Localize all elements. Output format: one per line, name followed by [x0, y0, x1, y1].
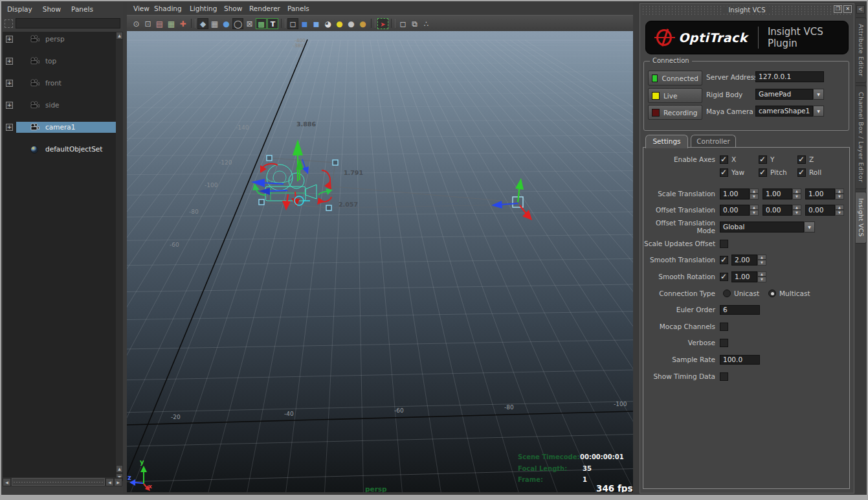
checkbox-z[interactable]: [797, 155, 806, 164]
tab-channel-box-layer-editor[interactable]: Channel Box / Layer Editor: [856, 85, 867, 189]
chevron-down-icon[interactable]: ▼: [813, 89, 824, 100]
checkbox-roll[interactable]: [797, 168, 806, 177]
spin-down-icon[interactable]: ▼: [757, 260, 766, 266]
offset-translation-x-spinner[interactable]: 0.00▲▼: [720, 205, 759, 216]
exposure-toggle-icon[interactable]: ⧉: [409, 18, 420, 29]
scrollbar-thumb[interactable]: [12, 478, 105, 486]
tab-controller[interactable]: Controller: [691, 135, 736, 148]
checkbox-verbose[interactable]: [720, 339, 728, 347]
smooth-rotation-spinner[interactable]: 1.00▲▼: [731, 271, 766, 282]
expand-icon[interactable]: +: [6, 124, 13, 131]
scale-translation-y-spinner[interactable]: 1.00▲▼: [762, 188, 801, 199]
scale-translation-z-spinner[interactable]: 1.00▲▼: [805, 188, 844, 199]
image-plane-icon[interactable]: ▦: [166, 18, 177, 29]
use-all-lights-icon[interactable]: ●: [334, 18, 345, 29]
spin-up-icon[interactable]: ▲: [750, 188, 759, 194]
menu-show[interactable]: Show: [224, 5, 242, 12]
euler-order-field[interactable]: 6: [720, 305, 760, 315]
checkbox-yaw[interactable]: [720, 168, 728, 177]
offset-translation-z-spinner[interactable]: 0.00▲▼: [805, 205, 844, 216]
sample-rate-field[interactable]: 100.0: [720, 355, 760, 365]
safe-title-icon[interactable]: T: [267, 18, 278, 29]
spin-down-icon[interactable]: ▼: [750, 194, 759, 199]
outliner-item-persp[interactable]: + persp: [3, 34, 122, 45]
tab-settings[interactable]: Settings: [645, 135, 688, 148]
checkbox-mocap-channels[interactable]: [720, 323, 728, 331]
scroll-left-icon[interactable]: ◀: [3, 478, 11, 486]
scroll-up-icon[interactable]: ▲: [116, 32, 123, 40]
wireframe-mode-icon[interactable]: ◻: [287, 18, 298, 29]
chevron-down-icon[interactable]: ▼: [804, 222, 815, 233]
menu-panels[interactable]: Panels: [287, 5, 309, 12]
checker-material-mode-icon[interactable]: ◕: [322, 18, 333, 29]
maya-camera-dropdown[interactable]: cameraShape1 ▼: [755, 106, 824, 117]
ambient-occlusion-mode-icon[interactable]: ●: [357, 18, 368, 29]
checkbox-x[interactable]: [720, 155, 728, 164]
expand-icon[interactable]: +: [6, 58, 13, 65]
film-gate-icon[interactable]: ▦: [209, 18, 220, 29]
server-address-field[interactable]: 127.0.0.1: [755, 71, 824, 82]
radio-unicast[interactable]: [723, 290, 731, 297]
panel-titlebar[interactable]: Insight VCS: [641, 5, 852, 15]
checkbox-y[interactable]: [759, 155, 767, 164]
outliner-item-camera1[interactable]: + camera1: [3, 122, 122, 133]
scale-translation-x-spinner[interactable]: 1.00▲▼: [720, 188, 759, 199]
textured-mode-icon[interactable]: ◼: [311, 18, 322, 29]
spin-up-icon[interactable]: ▲: [835, 205, 844, 210]
rigid-body-dropdown[interactable]: GamePad ▼: [755, 89, 824, 100]
scroll-up-icon[interactable]: ▲: [116, 465, 123, 473]
expand-icon[interactable]: +: [6, 102, 13, 109]
xray-mode-icon[interactable]: ◻: [397, 18, 408, 29]
close-icon[interactable]: ✕: [843, 5, 852, 13]
selection-filter-icon[interactable]: [5, 19, 13, 28]
offset-translation-y-spinner[interactable]: 0.00▲▼: [762, 205, 801, 216]
menu-lighting[interactable]: Lighting: [190, 5, 217, 12]
menu-view[interactable]: View: [133, 5, 150, 12]
spin-up-icon[interactable]: ▲: [757, 271, 766, 277]
checkbox-smooth-rotation[interactable]: [720, 273, 728, 281]
tab-insight-vcs[interactable]: Insight VCS: [856, 192, 867, 244]
menu-panels[interactable]: Panels: [71, 5, 93, 13]
shared-display-icon[interactable]: ∴: [421, 18, 432, 29]
expand-icon[interactable]: +: [6, 36, 13, 43]
outliner-horizontal-scrollbar[interactable]: ◀ ◀ ▶: [3, 477, 122, 486]
field-chart-icon[interactable]: ⊠: [244, 18, 255, 29]
checkbox-show-timing-data[interactable]: [720, 372, 728, 381]
spin-up-icon[interactable]: ▲: [792, 188, 801, 194]
chevron-down-icon[interactable]: ▼: [813, 106, 824, 117]
radio-multicast[interactable]: [768, 290, 776, 297]
menu-display[interactable]: Display: [7, 5, 32, 13]
spin-up-icon[interactable]: ▲: [750, 205, 759, 210]
scroll-left-icon[interactable]: ◀: [106, 478, 114, 486]
resolution-gate-icon[interactable]: ●: [221, 18, 232, 29]
smooth-shade-mode-icon[interactable]: ◼: [299, 18, 310, 29]
spin-down-icon[interactable]: ▼: [792, 194, 801, 199]
shadows-mode-icon[interactable]: ●: [346, 18, 357, 29]
live-button[interactable]: Live: [648, 88, 702, 103]
restore-window-icon[interactable]: ❐: [834, 5, 842, 13]
menu-show[interactable]: Show: [43, 5, 61, 13]
recording-button[interactable]: Recording: [648, 105, 702, 120]
outliner-vertical-scrollbar[interactable]: ▲ ▲ ▼: [116, 32, 123, 481]
highlight-selection-icon[interactable]: ➤: [377, 18, 388, 29]
checkbox-pitch[interactable]: [759, 168, 767, 177]
safe-action-icon[interactable]: ▩: [256, 18, 267, 29]
scroll-right-icon[interactable]: ▶: [114, 478, 122, 486]
connected-button[interactable]: Connected: [648, 71, 702, 85]
gate-mask-icon[interactable]: ◯: [232, 18, 243, 29]
outliner-search-input[interactable]: [16, 18, 120, 28]
checkbox-scale-updates-offset[interactable]: [720, 240, 728, 248]
smooth-translation-spinner[interactable]: 2.00▲▼: [731, 255, 766, 266]
outliner-item-top[interactable]: + top: [3, 56, 122, 67]
pan-zoom-icon[interactable]: ✚: [177, 18, 188, 29]
menu-shading[interactable]: Shading: [154, 5, 182, 12]
spin-down-icon[interactable]: ▼: [750, 210, 759, 216]
spin-down-icon[interactable]: ▼: [757, 277, 766, 282]
expand-icon[interactable]: +: [6, 80, 13, 87]
spin-down-icon[interactable]: ▼: [835, 194, 844, 199]
tab-attribute-editor[interactable]: Attribute Editor: [856, 17, 867, 83]
camera-attributes-icon[interactable]: ⊡: [142, 18, 153, 29]
bookmarks-icon[interactable]: ▤: [154, 18, 165, 29]
collapse-panel-icon[interactable]: <: [856, 5, 865, 14]
spin-down-icon[interactable]: ▼: [835, 210, 844, 216]
